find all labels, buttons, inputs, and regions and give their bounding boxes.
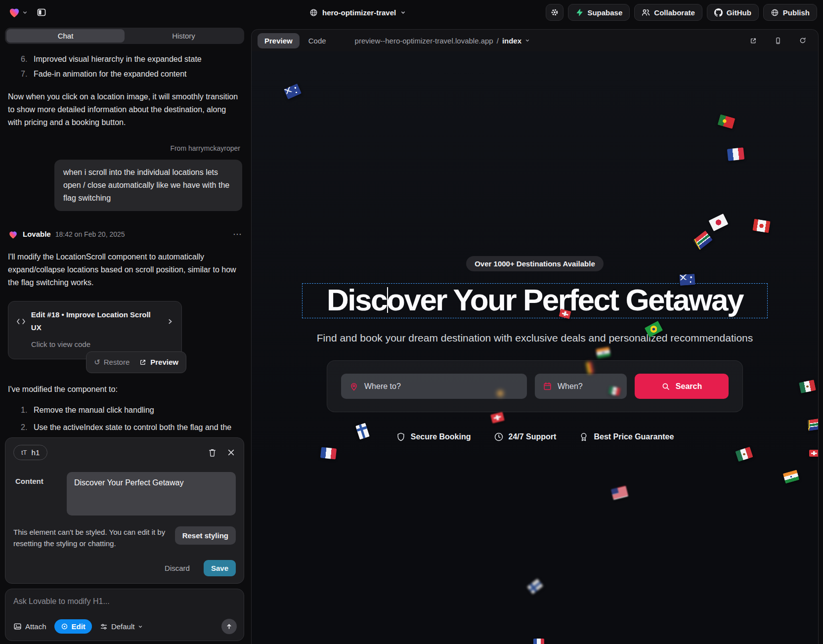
search-bar: Where to? When? — [327, 360, 743, 412]
element-tag-pill: tT h1 — [13, 445, 47, 460]
feature-label: 24/7 Support — [509, 432, 557, 441]
tab-chat[interactable]: Chat — [6, 29, 125, 43]
search-icon — [661, 382, 670, 391]
collaborate-label: Collaborate — [654, 8, 695, 17]
url-bar[interactable]: preview--hero-optimizer-travel.lovable.a… — [355, 37, 530, 45]
tab-history[interactable]: History — [125, 29, 243, 43]
flag-fr-icon — [727, 147, 744, 161]
open-external-button[interactable] — [747, 34, 760, 47]
supabase-label: Supabase — [587, 8, 622, 17]
assistant-header: Lovable 18:42 on Feb 20, 2025 ⋯ — [8, 228, 242, 241]
project-name: hero-optimizer-travel — [322, 8, 396, 17]
user-message: when i scroll into the individual locati… — [54, 160, 242, 211]
url-host: preview--hero-optimizer-travel.lovable.a… — [355, 37, 493, 45]
edit-mode-label: Edit — [72, 622, 86, 631]
restore-label: Restore — [104, 356, 130, 369]
chevron-down-icon — [525, 38, 530, 43]
location-pin-icon — [349, 382, 359, 391]
list-text: Improved visual hierarchy in the expande… — [34, 53, 202, 66]
preview-toolbar-actions — [747, 34, 809, 47]
edit-card[interactable]: Edit #18 • Improve Location Scroll UX Cl… — [8, 301, 182, 359]
lovable-logo[interactable] — [6, 5, 30, 20]
external-link-icon — [750, 37, 757, 45]
content-input[interactable]: Discover Your Perfect Getaway — [67, 472, 236, 515]
message-timestamp: 18:42 on Feb 20, 2025 — [55, 228, 125, 241]
features-row: Secure Booking 24/7 Support — [396, 432, 674, 442]
content-row: Content Discover Your Perfect Getaway — [13, 472, 236, 515]
send-button[interactable] — [221, 619, 237, 634]
settings-button[interactable] — [546, 4, 563, 21]
list-item: 6. Improved visual hierarchy in the expa… — [8, 53, 242, 66]
sidebar-toggle-button[interactable] — [33, 4, 50, 21]
list-number: 7. — [21, 68, 34, 81]
discard-button[interactable]: Discard — [162, 563, 193, 573]
search-button[interactable]: Search — [635, 374, 729, 399]
github-label: GitHub — [727, 8, 751, 17]
reset-styling-button[interactable]: Reset styling — [175, 526, 236, 545]
preview-viewport[interactable]: Over 1000+ Destinations Available Discov… — [252, 51, 818, 644]
mobile-view-button[interactable] — [772, 34, 784, 47]
attach-button[interactable]: Attach — [13, 622, 46, 631]
code-icon — [16, 318, 26, 325]
feature-best-price: Best Price Guarantee — [579, 432, 674, 442]
sliders-icon — [100, 623, 108, 631]
topbar-actions: Supabase Collaborate GitHub Publish — [546, 4, 817, 21]
hero-section: Over 1000+ Destinations Available Discov… — [252, 256, 818, 442]
main-split: Chat History 6. Improved visual hierarch… — [0, 25, 823, 644]
topbar-left — [6, 4, 250, 21]
save-button[interactable]: Save — [204, 560, 236, 576]
flag-au-icon — [283, 83, 301, 99]
assistant-name: Lovable — [23, 228, 51, 241]
restore-icon: ↺ — [94, 356, 100, 369]
edit-card-header: Edit #18 • Improve Location Scroll UX — [16, 308, 173, 334]
arrow-up-icon — [225, 623, 233, 630]
when-placeholder: When? — [558, 382, 583, 391]
tab-preview[interactable]: Preview — [258, 33, 300, 48]
assistant-paragraph: Now when you click on a location image, … — [8, 90, 242, 129]
shield-icon — [396, 432, 406, 442]
publish-button[interactable]: Publish — [763, 4, 817, 21]
feature-support: 24/7 Support — [494, 432, 557, 442]
hero-subtitle: Find and book your dream destination wit… — [317, 332, 753, 344]
modifications-list: Remove the manual click handlingUse the … — [8, 404, 242, 432]
heart-logo-icon — [8, 6, 21, 19]
flag-jp-icon — [709, 214, 729, 231]
flag-za-icon — [693, 230, 713, 250]
close-editor-button[interactable] — [226, 448, 236, 457]
message-menu-button[interactable]: ⋯ — [233, 228, 242, 241]
styling-note: This element can't be styled. You can ed… — [13, 526, 168, 549]
flag-ch-icon — [809, 450, 818, 457]
assistant-outro: I've modified the component to: — [8, 383, 242, 396]
url-separator: / — [497, 37, 499, 45]
edit-card-subtitle: Click to view code — [31, 338, 173, 351]
supabase-button[interactable]: Supabase — [568, 4, 630, 21]
restore-button[interactable]: ↺ Restore — [94, 356, 130, 369]
url-page: index — [502, 37, 521, 45]
edit-mode-button[interactable]: Edit — [54, 619, 92, 634]
chevron-down-icon — [22, 10, 28, 15]
flag-in-icon — [783, 470, 800, 483]
delete-element-button[interactable] — [207, 447, 217, 458]
list-number: 6. — [21, 53, 34, 66]
h1-selection-box[interactable]: Discover Your Perfect Getaway — [302, 283, 768, 318]
preview-button[interactable]: Preview — [139, 356, 178, 369]
flag-pt-icon — [718, 114, 736, 129]
publish-globe-icon — [771, 8, 779, 17]
destinations-badge: Over 1000+ Destinations Available — [466, 256, 604, 271]
numbered-list-tail: 6. Improved visual hierarchy in the expa… — [8, 53, 242, 81]
search-label: Search — [676, 382, 702, 391]
mode-label: Default — [111, 622, 135, 631]
composer-input[interactable]: Ask Lovable to modify H1... — [13, 597, 237, 606]
award-icon — [579, 432, 589, 442]
editor-header: tT h1 — [13, 445, 236, 460]
chat-messages[interactable]: 6. Improved visual hierarchy in the expa… — [5, 51, 244, 432]
tab-code[interactable]: Code — [302, 33, 333, 48]
type-icon: tT — [21, 449, 27, 456]
github-button[interactable]: GitHub — [707, 4, 759, 21]
mode-selector[interactable]: Default — [100, 622, 143, 631]
project-switcher[interactable]: hero-optimizer-travel — [309, 8, 406, 17]
app: { "topbar": { "project_name": "hero-opti… — [0, 0, 823, 644]
supabase-icon — [575, 8, 583, 16]
collaborate-button[interactable]: Collaborate — [634, 4, 702, 21]
refresh-button[interactable] — [796, 34, 809, 47]
